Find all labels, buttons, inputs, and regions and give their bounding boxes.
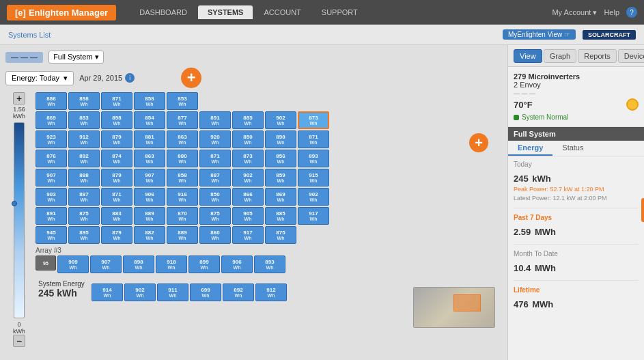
list-item[interactable]: 920Wh [199, 130, 231, 148]
my-account-btn[interactable]: My Account ▾ [552, 8, 597, 17]
tab-graph[interactable]: Graph [544, 49, 577, 63]
full-system-dropdown[interactable]: Full System ▾ [48, 51, 104, 64]
list-item[interactable]: 863Wh [167, 130, 198, 148]
list-item[interactable]: 870Wh [167, 207, 198, 225]
list-item[interactable]: 871Wh [199, 150, 231, 167]
map-thumbnail[interactable] [413, 287, 495, 328]
list-item[interactable]: 898Wh [68, 92, 100, 110]
list-item[interactable]: 863Wh [134, 150, 165, 167]
list-item[interactable]: 875Wh [199, 207, 231, 225]
list-item[interactable]: 887Wh [68, 188, 100, 206]
list-item[interactable]: 902Wh [232, 169, 264, 186]
list-item[interactable]: 860Wh [199, 226, 231, 244]
list-item[interactable]: 873Wh [232, 150, 264, 167]
help-btn[interactable]: Help [604, 8, 619, 16]
systems-list-link[interactable]: Systems List [8, 31, 51, 39]
list-item[interactable]: 917Wh [232, 226, 264, 244]
add-panel-btn-2[interactable]: + [469, 133, 488, 152]
list-item[interactable]: 893Wh [254, 255, 285, 273]
list-item[interactable]: 898Wh [265, 130, 296, 148]
list-item[interactable]: 886Wh [36, 92, 67, 110]
list-item[interactable]: 909Wh [57, 255, 89, 273]
nav-account[interactable]: ACCOUNT [254, 5, 310, 19]
list-item[interactable]: 903Wh [36, 188, 67, 206]
list-item[interactable]: 945Wh [36, 226, 67, 244]
list-item[interactable]: 871Wh [298, 130, 329, 148]
list-item[interactable]: 885Wh [265, 207, 296, 225]
tab-view[interactable]: View [514, 49, 542, 63]
list-item[interactable]: 866Wh [232, 188, 264, 206]
list-item[interactable]: 854Wh [134, 111, 165, 129]
info-icon[interactable]: i [125, 73, 135, 83]
list-item[interactable]: 899Wh [188, 255, 220, 273]
list-item[interactable]: 869Wh [265, 188, 296, 206]
list-item[interactable]: 853Wh [167, 92, 198, 110]
list-item[interactable]: 879Wh [101, 169, 132, 186]
tab-status[interactable]: Status [552, 141, 593, 156]
list-item[interactable]: 893Wh [298, 150, 329, 167]
list-item[interactable]: 859Wh [265, 169, 296, 186]
list-item[interactable]: 916Wh [167, 188, 198, 206]
list-item[interactable]: 887Wh [199, 169, 231, 186]
list-item[interactable]: 912Wh [68, 130, 100, 148]
list-item[interactable]: 873Wh [298, 111, 329, 129]
list-item[interactable]: 871Wh [101, 92, 132, 110]
list-item[interactable]: 907Wh [134, 169, 165, 186]
list-item[interactable]: 906Wh [134, 188, 165, 206]
list-item[interactable]: 879Wh [101, 226, 132, 244]
energy-dropdown[interactable]: Energy: Today ▾ [5, 71, 74, 85]
list-item[interactable]: 875Wh [68, 207, 100, 225]
list-item[interactable]: 907Wh [90, 255, 122, 273]
list-item[interactable]: 876Wh [36, 150, 67, 167]
list-item[interactable]: 858Wh [134, 92, 165, 110]
list-item[interactable]: 892Wh [68, 150, 100, 167]
list-item[interactable]: 905Wh [232, 207, 264, 225]
list-item[interactable]: 850Wh [199, 188, 231, 206]
list-item[interactable]: 892Wh [223, 283, 254, 301]
list-item[interactable]: 902Wh [124, 283, 156, 301]
list-item[interactable]: 902Wh [265, 111, 296, 129]
list-item[interactable]: 889Wh [134, 207, 165, 225]
add-panel-btn-1[interactable]: + [181, 68, 201, 88]
list-item[interactable]: 906Wh [221, 255, 253, 273]
list-item[interactable]: 895Wh [68, 226, 100, 244]
list-item[interactable]: 888Wh [68, 169, 100, 186]
myenlighten-btn[interactable]: MyEnlighten View ☞ [503, 29, 576, 40]
list-item[interactable]: 877Wh [167, 111, 198, 129]
feedback-btn[interactable]: Feedback [641, 197, 644, 221]
list-item[interactable]: 898Wh [101, 111, 132, 129]
list-item[interactable]: 883Wh [68, 111, 100, 129]
nav-support[interactable]: SUPPORT [312, 5, 367, 19]
list-item[interactable]: 875Wh [265, 226, 296, 244]
nav-dashboard[interactable]: DASHBOARD [130, 5, 197, 19]
list-item[interactable]: 898Wh [123, 255, 154, 273]
list-item[interactable]: 889Wh [167, 226, 198, 244]
zoom-in-btn[interactable]: + [13, 92, 25, 105]
list-item[interactable]: 891Wh [199, 111, 231, 129]
list-item[interactable]: 891Wh [36, 207, 67, 225]
tab-energy[interactable]: Energy [508, 141, 552, 156]
list-item[interactable]: 95 [36, 255, 56, 271]
list-item[interactable]: 879Wh [101, 130, 132, 148]
list-item[interactable]: 858Wh [167, 169, 198, 186]
list-item[interactable]: 917Wh [298, 207, 329, 225]
tab-devices[interactable]: Devices [618, 49, 644, 63]
list-item[interactable]: 885Wh [232, 111, 264, 129]
list-item[interactable]: 902Wh [298, 188, 329, 206]
list-item[interactable]: 912Wh [255, 283, 287, 301]
list-item[interactable]: 880Wh [167, 150, 198, 167]
list-item[interactable]: 856Wh [265, 150, 296, 167]
list-item[interactable]: 882Wh [134, 226, 165, 244]
list-item[interactable]: 923Wh [36, 130, 67, 148]
tab-reports[interactable]: Reports [578, 49, 617, 63]
list-item[interactable]: 918Wh [156, 255, 187, 273]
list-item[interactable]: 874Wh [101, 150, 132, 167]
zoom-out-btn[interactable]: − [13, 335, 25, 347]
list-item[interactable]: 915Wh [298, 169, 329, 186]
list-item[interactable]: 699Wh [190, 283, 221, 301]
list-item[interactable]: 869Wh [36, 111, 67, 129]
list-item[interactable]: 907Wh [36, 169, 67, 186]
list-item[interactable]: 881Wh [134, 130, 165, 148]
list-item[interactable]: 911Wh [157, 283, 188, 301]
list-item[interactable]: 871Wh [101, 188, 132, 206]
